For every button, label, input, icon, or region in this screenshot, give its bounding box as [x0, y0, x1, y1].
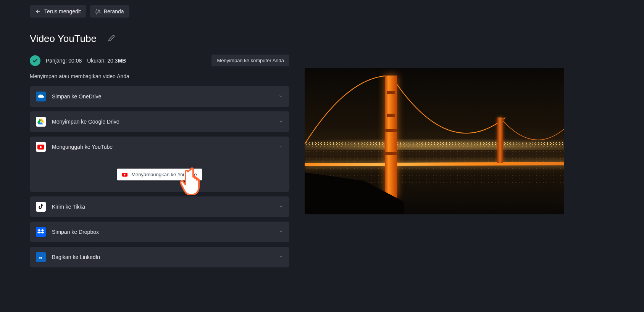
arrow-left-icon: [35, 8, 41, 14]
chevron-down-icon: [279, 229, 283, 235]
gdrive-label: Menyimpan ke Google Drive: [52, 119, 119, 125]
page-title: Video YouTube: [30, 33, 97, 45]
home-button[interactable]: (A Beranda: [90, 5, 129, 18]
share-option-dropbox[interactable]: Simpan ke Dropbox: [30, 222, 289, 242]
save-to-computer-button[interactable]: Menyimpan ke komputer Anda: [211, 55, 289, 66]
status-check-icon: [30, 55, 40, 66]
video-preview[interactable]: [305, 68, 564, 214]
close-icon[interactable]: [279, 144, 283, 150]
tiktok-label: Kirim ke Tikka: [52, 204, 85, 210]
chevron-down-icon: [279, 119, 283, 125]
gdrive-icon: [36, 117, 46, 127]
chevron-down-icon: [279, 254, 283, 260]
connect-youtube-button[interactable]: Menyambungkan ke YouTube: [117, 169, 202, 180]
linkedin-label: Bagikan ke LinkedIn: [52, 254, 100, 260]
share-option-linkedin[interactable]: in Bagikan ke LinkedIn: [30, 247, 289, 267]
onedrive-icon: [36, 92, 46, 101]
dropbox-icon: [36, 227, 46, 237]
size-text: Ukuran: 20.3MB: [87, 58, 126, 64]
continue-editing-label: Terus mengedit: [44, 8, 81, 14]
connect-youtube-label: Menyambungkan ke YouTube: [131, 172, 197, 177]
home-label: Beranda: [104, 8, 124, 14]
share-subtitle: Menyimpan atau membagikan video Anda: [30, 73, 289, 79]
share-option-tiktok[interactable]: Kirim ke Tikka: [30, 196, 289, 217]
tiktok-icon: [36, 202, 46, 212]
chevron-down-icon: [279, 204, 283, 210]
edit-title-button[interactable]: [108, 35, 115, 43]
linkedin-icon: in: [36, 252, 46, 262]
home-prefix: (A: [95, 8, 101, 14]
onedrive-label: Simpan ke OneDrive: [52, 93, 101, 100]
share-option-onedrive[interactable]: Simpan ke OneDrive: [30, 86, 289, 107]
youtube-icon: [36, 142, 46, 152]
youtube-small-icon: [122, 173, 128, 177]
share-option-gdrive[interactable]: Menyimpan ke Google Drive: [30, 111, 289, 132]
share-option-youtube[interactable]: Mengunggah ke YouTube Menyambungkan ke Y…: [30, 137, 289, 192]
youtube-label: Mengunggah ke YouTube: [52, 144, 113, 150]
dropbox-label: Simpan ke Dropbox: [52, 229, 99, 235]
continue-editing-button[interactable]: Terus mengedit: [30, 5, 86, 18]
chevron-down-icon: [279, 93, 283, 100]
length-text: Panjang: 00:08: [46, 58, 82, 64]
svg-text:in: in: [39, 256, 42, 259]
